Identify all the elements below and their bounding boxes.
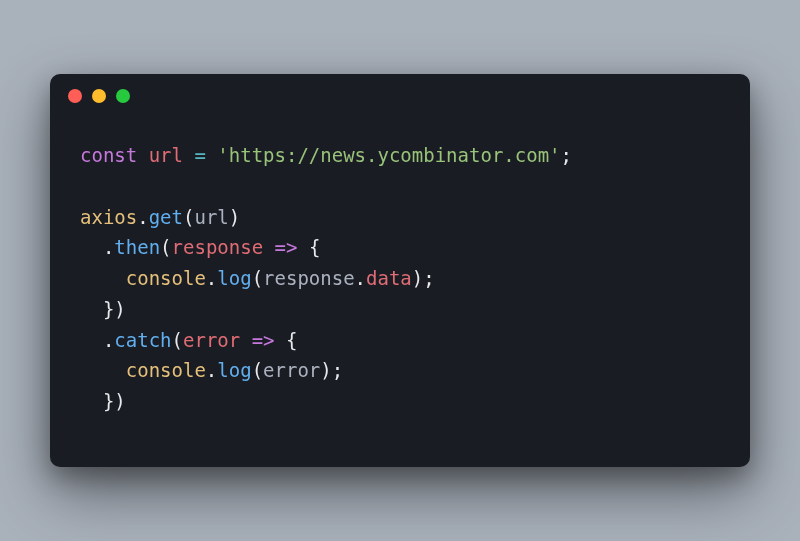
- method-log: log: [217, 267, 251, 289]
- method-get: get: [149, 206, 183, 228]
- arg-url: url: [194, 206, 228, 228]
- paren-close: ): [114, 390, 125, 412]
- var-url: url: [149, 144, 183, 166]
- indent: [80, 267, 126, 289]
- keyword-const: const: [80, 144, 137, 166]
- dot: .: [206, 359, 217, 381]
- dot: .: [206, 267, 217, 289]
- space: [275, 329, 286, 351]
- indent: [80, 390, 103, 412]
- paren-open: (: [183, 206, 194, 228]
- space: [297, 236, 308, 258]
- brace-close: }: [103, 390, 114, 412]
- equals: =: [194, 144, 205, 166]
- obj-console: console: [126, 267, 206, 289]
- space: [206, 144, 217, 166]
- semicolon: ;: [561, 144, 572, 166]
- arg-error: error: [263, 359, 320, 381]
- titlebar: [50, 74, 750, 118]
- dot: .: [355, 267, 366, 289]
- dot: .: [103, 329, 114, 351]
- semicolon: ;: [332, 359, 343, 381]
- space: [137, 144, 148, 166]
- indent: [80, 359, 126, 381]
- prop-data: data: [366, 267, 412, 289]
- space: [183, 144, 194, 166]
- space: [240, 329, 251, 351]
- method-catch: catch: [114, 329, 171, 351]
- brace-open: {: [309, 236, 320, 258]
- brace-close: }: [103, 298, 114, 320]
- indent: [80, 298, 103, 320]
- paren-open: (: [160, 236, 171, 258]
- param-response: response: [172, 236, 264, 258]
- paren-close: ): [412, 267, 423, 289]
- paren-open: (: [252, 267, 263, 289]
- arg-response: response: [263, 267, 355, 289]
- obj-axios: axios: [80, 206, 137, 228]
- paren-close: ): [114, 298, 125, 320]
- minimize-icon[interactable]: [92, 89, 106, 103]
- method-log: log: [217, 359, 251, 381]
- close-icon[interactable]: [68, 89, 82, 103]
- paren-close: ): [320, 359, 331, 381]
- arrow: =>: [275, 236, 298, 258]
- space: [263, 236, 274, 258]
- paren-close: ): [229, 206, 240, 228]
- indent: [80, 329, 103, 351]
- maximize-icon[interactable]: [116, 89, 130, 103]
- code-window: const url = 'https://news.ycombinator.co…: [50, 74, 750, 467]
- brace-open: {: [286, 329, 297, 351]
- semicolon: ;: [423, 267, 434, 289]
- string-url: 'https://news.ycombinator.com': [217, 144, 560, 166]
- code-block: const url = 'https://news.ycombinator.co…: [50, 118, 750, 467]
- paren-open: (: [252, 359, 263, 381]
- method-then: then: [114, 236, 160, 258]
- obj-console: console: [126, 359, 206, 381]
- dot: .: [103, 236, 114, 258]
- paren-open: (: [172, 329, 183, 351]
- param-error: error: [183, 329, 240, 351]
- dot: .: [137, 206, 148, 228]
- arrow: =>: [252, 329, 275, 351]
- indent: [80, 236, 103, 258]
